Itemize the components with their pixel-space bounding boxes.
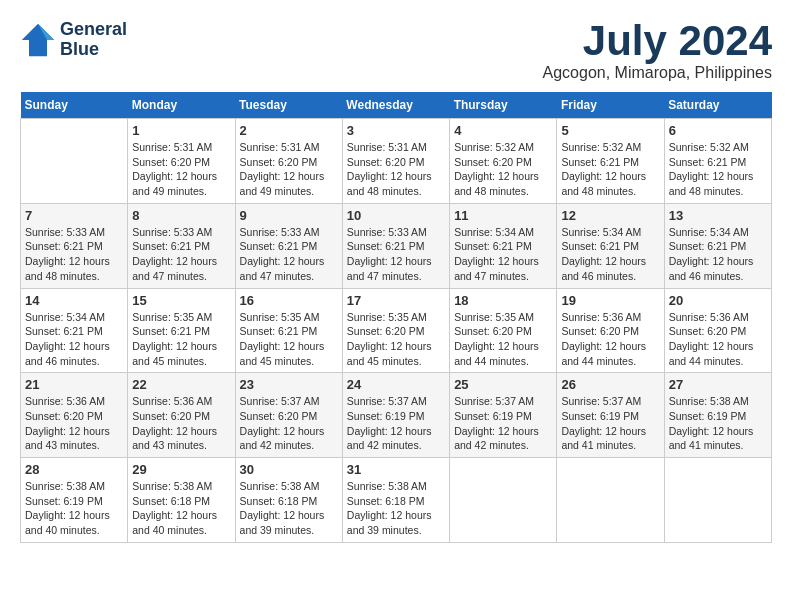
calendar-cell: 5Sunrise: 5:32 AMSunset: 6:21 PMDaylight… [557,119,664,204]
day-info: Sunrise: 5:37 AMSunset: 6:20 PMDaylight:… [240,394,338,453]
page-header: General Blue July 2024 Agcogon, Mimaropa… [20,20,772,82]
location-title: Agcogon, Mimaropa, Philippines [543,64,772,82]
day-number: 26 [561,377,659,392]
logo: General Blue [20,20,127,60]
day-info: Sunrise: 5:35 AMSunset: 6:20 PMDaylight:… [347,310,445,369]
calendar-cell: 22Sunrise: 5:36 AMSunset: 6:20 PMDayligh… [128,373,235,458]
calendar-cell: 23Sunrise: 5:37 AMSunset: 6:20 PMDayligh… [235,373,342,458]
day-info: Sunrise: 5:38 AMSunset: 6:18 PMDaylight:… [132,479,230,538]
calendar-cell: 29Sunrise: 5:38 AMSunset: 6:18 PMDayligh… [128,458,235,543]
calendar-cell: 8Sunrise: 5:33 AMSunset: 6:21 PMDaylight… [128,203,235,288]
day-number: 16 [240,293,338,308]
calendar-cell: 18Sunrise: 5:35 AMSunset: 6:20 PMDayligh… [450,288,557,373]
day-info: Sunrise: 5:36 AMSunset: 6:20 PMDaylight:… [132,394,230,453]
col-thursday: Thursday [450,92,557,119]
day-number: 24 [347,377,445,392]
day-number: 14 [25,293,123,308]
day-number: 5 [561,123,659,138]
calendar-week-row: 1Sunrise: 5:31 AMSunset: 6:20 PMDaylight… [21,119,772,204]
day-info: Sunrise: 5:36 AMSunset: 6:20 PMDaylight:… [669,310,767,369]
day-info: Sunrise: 5:38 AMSunset: 6:18 PMDaylight:… [240,479,338,538]
day-info: Sunrise: 5:31 AMSunset: 6:20 PMDaylight:… [240,140,338,199]
day-info: Sunrise: 5:33 AMSunset: 6:21 PMDaylight:… [132,225,230,284]
day-info: Sunrise: 5:34 AMSunset: 6:21 PMDaylight:… [454,225,552,284]
day-info: Sunrise: 5:33 AMSunset: 6:21 PMDaylight:… [25,225,123,284]
day-info: Sunrise: 5:35 AMSunset: 6:21 PMDaylight:… [240,310,338,369]
col-saturday: Saturday [664,92,771,119]
day-number: 20 [669,293,767,308]
calendar-week-row: 21Sunrise: 5:36 AMSunset: 6:20 PMDayligh… [21,373,772,458]
calendar-cell: 17Sunrise: 5:35 AMSunset: 6:20 PMDayligh… [342,288,449,373]
day-info: Sunrise: 5:33 AMSunset: 6:21 PMDaylight:… [240,225,338,284]
title-section: July 2024 Agcogon, Mimaropa, Philippines [543,20,772,82]
day-number: 2 [240,123,338,138]
calendar-cell: 25Sunrise: 5:37 AMSunset: 6:19 PMDayligh… [450,373,557,458]
day-info: Sunrise: 5:37 AMSunset: 6:19 PMDaylight:… [347,394,445,453]
day-info: Sunrise: 5:34 AMSunset: 6:21 PMDaylight:… [561,225,659,284]
calendar-table: Sunday Monday Tuesday Wednesday Thursday… [20,92,772,543]
day-number: 29 [132,462,230,477]
day-number: 23 [240,377,338,392]
day-number: 19 [561,293,659,308]
calendar-cell: 26Sunrise: 5:37 AMSunset: 6:19 PMDayligh… [557,373,664,458]
day-info: Sunrise: 5:32 AMSunset: 6:21 PMDaylight:… [561,140,659,199]
day-number: 31 [347,462,445,477]
day-number: 3 [347,123,445,138]
day-number: 17 [347,293,445,308]
day-info: Sunrise: 5:38 AMSunset: 6:19 PMDaylight:… [669,394,767,453]
day-number: 1 [132,123,230,138]
day-info: Sunrise: 5:32 AMSunset: 6:20 PMDaylight:… [454,140,552,199]
calendar-header-row: Sunday Monday Tuesday Wednesday Thursday… [21,92,772,119]
col-tuesday: Tuesday [235,92,342,119]
day-number: 11 [454,208,552,223]
day-info: Sunrise: 5:38 AMSunset: 6:18 PMDaylight:… [347,479,445,538]
day-info: Sunrise: 5:32 AMSunset: 6:21 PMDaylight:… [669,140,767,199]
calendar-cell: 31Sunrise: 5:38 AMSunset: 6:18 PMDayligh… [342,458,449,543]
logo-icon [20,22,56,58]
day-number: 10 [347,208,445,223]
day-info: Sunrise: 5:36 AMSunset: 6:20 PMDaylight:… [25,394,123,453]
calendar-cell: 7Sunrise: 5:33 AMSunset: 6:21 PMDaylight… [21,203,128,288]
calendar-cell: 6Sunrise: 5:32 AMSunset: 6:21 PMDaylight… [664,119,771,204]
calendar-cell: 10Sunrise: 5:33 AMSunset: 6:21 PMDayligh… [342,203,449,288]
day-info: Sunrise: 5:33 AMSunset: 6:21 PMDaylight:… [347,225,445,284]
day-number: 4 [454,123,552,138]
day-info: Sunrise: 5:37 AMSunset: 6:19 PMDaylight:… [561,394,659,453]
calendar-cell: 3Sunrise: 5:31 AMSunset: 6:20 PMDaylight… [342,119,449,204]
day-number: 15 [132,293,230,308]
calendar-week-row: 7Sunrise: 5:33 AMSunset: 6:21 PMDaylight… [21,203,772,288]
calendar-cell: 16Sunrise: 5:35 AMSunset: 6:21 PMDayligh… [235,288,342,373]
day-info: Sunrise: 5:37 AMSunset: 6:19 PMDaylight:… [454,394,552,453]
calendar-cell: 27Sunrise: 5:38 AMSunset: 6:19 PMDayligh… [664,373,771,458]
day-info: Sunrise: 5:35 AMSunset: 6:20 PMDaylight:… [454,310,552,369]
day-info: Sunrise: 5:31 AMSunset: 6:20 PMDaylight:… [132,140,230,199]
calendar-cell: 20Sunrise: 5:36 AMSunset: 6:20 PMDayligh… [664,288,771,373]
calendar-cell [450,458,557,543]
calendar-cell: 24Sunrise: 5:37 AMSunset: 6:19 PMDayligh… [342,373,449,458]
calendar-cell: 15Sunrise: 5:35 AMSunset: 6:21 PMDayligh… [128,288,235,373]
day-info: Sunrise: 5:35 AMSunset: 6:21 PMDaylight:… [132,310,230,369]
calendar-cell: 28Sunrise: 5:38 AMSunset: 6:19 PMDayligh… [21,458,128,543]
calendar-cell: 2Sunrise: 5:31 AMSunset: 6:20 PMDaylight… [235,119,342,204]
calendar-week-row: 14Sunrise: 5:34 AMSunset: 6:21 PMDayligh… [21,288,772,373]
col-friday: Friday [557,92,664,119]
calendar-cell: 19Sunrise: 5:36 AMSunset: 6:20 PMDayligh… [557,288,664,373]
day-number: 9 [240,208,338,223]
calendar-cell: 13Sunrise: 5:34 AMSunset: 6:21 PMDayligh… [664,203,771,288]
day-number: 25 [454,377,552,392]
day-info: Sunrise: 5:34 AMSunset: 6:21 PMDaylight:… [669,225,767,284]
day-number: 18 [454,293,552,308]
day-number: 30 [240,462,338,477]
day-number: 21 [25,377,123,392]
col-monday: Monday [128,92,235,119]
month-title: July 2024 [543,20,772,62]
day-number: 27 [669,377,767,392]
day-info: Sunrise: 5:31 AMSunset: 6:20 PMDaylight:… [347,140,445,199]
calendar-cell: 1Sunrise: 5:31 AMSunset: 6:20 PMDaylight… [128,119,235,204]
day-number: 13 [669,208,767,223]
calendar-cell: 9Sunrise: 5:33 AMSunset: 6:21 PMDaylight… [235,203,342,288]
calendar-cell [664,458,771,543]
calendar-cell: 12Sunrise: 5:34 AMSunset: 6:21 PMDayligh… [557,203,664,288]
calendar-cell: 21Sunrise: 5:36 AMSunset: 6:20 PMDayligh… [21,373,128,458]
calendar-cell [21,119,128,204]
